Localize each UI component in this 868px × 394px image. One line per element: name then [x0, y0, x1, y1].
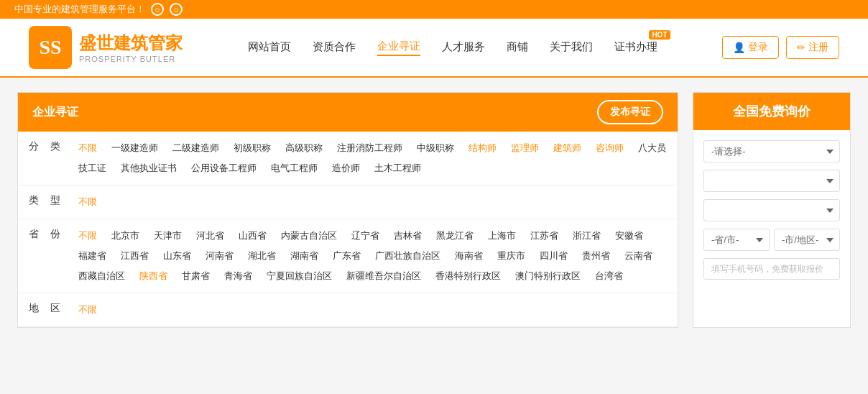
tag-ningxia[interactable]: 宁夏回族自治区 [264, 268, 335, 284]
publish-button[interactable]: 发布寻证 [597, 100, 663, 124]
edit-icon: ✏ [797, 42, 805, 53]
category-label: 分 类 [18, 139, 75, 178]
tag-t6[interactable]: 中级职称 [414, 140, 457, 156]
type-content: 不限 [75, 193, 678, 211]
tag-neimenggu[interactable]: 内蒙古自治区 [278, 228, 340, 244]
tag-hunan[interactable]: 湖南省 [287, 248, 321, 264]
nav-qualification[interactable]: 资质合作 [313, 40, 356, 55]
category-content: 不限 一级建造师 二级建造师 初级职称 高级职称 注册消防工程师 中级职称 结构… [75, 139, 678, 178]
logo-text: 盛世建筑管家 PROSPERITY BUTLER [79, 32, 183, 63]
tag-fujian[interactable]: 福建省 [75, 248, 109, 264]
tag-t17[interactable]: 土木工程师 [371, 160, 424, 176]
nav-enterprise[interactable]: 企业寻证 [377, 40, 420, 56]
province-city-row: -省/市- -市/地区- [703, 229, 840, 251]
tag-taiwan[interactable]: 台湾省 [592, 268, 626, 284]
logo-chinese: 盛世建筑管家 [79, 32, 183, 55]
tag-tianjin[interactable]: 天津市 [151, 228, 185, 244]
tag-t1[interactable]: 一级建造师 [108, 140, 161, 156]
select-type2[interactable] [703, 199, 840, 221]
tag-t13[interactable]: 其他执业证书 [118, 160, 180, 176]
tag-t15[interactable]: 电气工程师 [268, 160, 320, 176]
tag-t14[interactable]: 公用设备工程师 [188, 160, 259, 176]
region-content: 不限 [75, 301, 678, 319]
tag-nolimit-cat[interactable]: 不限 [75, 140, 100, 156]
region-label: 地 区 [18, 301, 75, 319]
right-panel-body: -请选择- -省/市- -市/地区- [693, 130, 850, 290]
tag-shandong[interactable]: 山东省 [160, 248, 194, 264]
tag-t5[interactable]: 注册消防工程师 [334, 140, 405, 156]
tag-t4[interactable]: 高级职称 [282, 140, 326, 156]
nav-talent[interactable]: 人才服务 [442, 40, 485, 55]
register-button[interactable]: ✏ 注册 [786, 36, 839, 59]
tag-guangxi[interactable]: 广西壮族自治区 [372, 248, 443, 264]
hot-badge: HOT [649, 30, 670, 40]
tag-guangdong[interactable]: 广东省 [330, 248, 364, 264]
tag-xinjiang[interactable]: 新疆维吾尔自治区 [343, 268, 424, 284]
user-icon: 👤 [733, 42, 745, 53]
tag-chongqing[interactable]: 重庆市 [494, 248, 528, 264]
tag-xizang[interactable]: 西藏自治区 [75, 268, 128, 284]
nav-about[interactable]: 关于我们 [550, 40, 593, 55]
tag-guizhou[interactable]: 贵州省 [579, 248, 613, 264]
tag-hubei[interactable]: 湖北省 [245, 248, 279, 264]
panel-header: 企业寻证 发布寻证 [18, 93, 678, 132]
tag-t11[interactable]: 八大员 [635, 140, 669, 156]
tag-t16[interactable]: 造价师 [329, 160, 363, 176]
tag-nolimit-region[interactable]: 不限 [75, 302, 100, 318]
logo-icon [29, 26, 72, 69]
tag-heilongjiang[interactable]: 黑龙江省 [433, 228, 476, 244]
tag-beijing[interactable]: 北京市 [108, 228, 142, 244]
select-category[interactable]: -请选择- [703, 140, 840, 162]
tag-liaoning[interactable]: 辽宁省 [348, 228, 382, 244]
select-type1[interactable] [703, 170, 840, 192]
auth-buttons: 👤 登录 ✏ 注册 [722, 36, 839, 59]
nav-certificate[interactable]: 证书办理 HOT [614, 40, 657, 55]
left-panel: 企业寻证 发布寻证 分 类 不限 一级建造师 二级建造师 初级职称 高级职称 注… [17, 92, 678, 328]
tag-t7[interactable]: 结构师 [466, 140, 499, 156]
tag-nolimit-prov[interactable]: 不限 [75, 228, 100, 244]
tag-shaanxi[interactable]: 陕西省 [137, 268, 170, 284]
tag-t8[interactable]: 监理师 [508, 140, 542, 156]
tag-aomen[interactable]: 澳门特别行政区 [512, 268, 583, 284]
logo-area: 盛世建筑管家 PROSPERITY BUTLER [29, 26, 183, 69]
tag-henan[interactable]: 河南省 [203, 248, 236, 264]
tag-shanghai[interactable]: 上海市 [485, 228, 519, 244]
tag-nolimit-type[interactable]: 不限 [75, 194, 100, 210]
select-province[interactable]: -省/市- [703, 229, 770, 251]
logo-english: PROSPERITY BUTLER [79, 55, 183, 63]
right-panel: 全国免费询价 -请选择- -省/市- -市/地区- [693, 92, 851, 328]
filter-province: 省 份 不限 北京市 天津市 河北省 山西省 内蒙古自治区 辽宁省 吉林省 黑龙… [18, 219, 678, 293]
smiley-icon2: ☺ [170, 3, 183, 16]
tag-hainan[interactable]: 海南省 [452, 248, 486, 264]
tag-zhejiang[interactable]: 浙江省 [570, 228, 604, 244]
province-label: 省 份 [18, 226, 75, 285]
tag-t2[interactable]: 二级建造师 [170, 140, 222, 156]
select-city[interactable]: -市/地区- [774, 229, 840, 251]
tag-t9[interactable]: 建筑师 [550, 140, 584, 156]
phone-input[interactable] [703, 258, 840, 280]
tag-qinghai[interactable]: 青海省 [221, 268, 255, 284]
filter-type: 类 型 不限 [18, 185, 678, 219]
tag-shanxi[interactable]: 山西省 [236, 228, 269, 244]
province-content: 不限 北京市 天津市 河北省 山西省 内蒙古自治区 辽宁省 吉林省 黑龙江省 上… [75, 226, 678, 285]
login-button[interactable]: 👤 登录 [722, 36, 779, 59]
tag-xianggang[interactable]: 香港特别行政区 [433, 268, 504, 284]
main-nav: 网站首页 资质合作 企业寻证 人才服务 商铺 关于我们 证书办理 HOT [248, 40, 657, 56]
nav-shop[interactable]: 商铺 [507, 40, 528, 55]
panel-title: 企业寻证 [32, 105, 78, 120]
tag-t12[interactable]: 技工证 [75, 160, 109, 176]
tag-jiangsu[interactable]: 江苏省 [527, 228, 561, 244]
filter-category: 分 类 不限 一级建造师 二级建造师 初级职称 高级职称 注册消防工程师 中级职… [18, 132, 678, 185]
nav-home[interactable]: 网站首页 [248, 40, 291, 55]
tag-t10[interactable]: 咨询师 [593, 140, 627, 156]
tag-t3[interactable]: 初级职称 [231, 140, 274, 156]
tag-anhui[interactable]: 安徽省 [612, 228, 646, 244]
tag-yunnan[interactable]: 云南省 [622, 248, 655, 264]
tag-hebei[interactable]: 河北省 [193, 228, 227, 244]
tag-gansu[interactable]: 甘肃省 [179, 268, 213, 284]
filter-region: 地 区 不限 [18, 293, 678, 327]
tag-jiangxi[interactable]: 江西省 [118, 248, 152, 264]
header: 盛世建筑管家 PROSPERITY BUTLER 网站首页 资质合作 企业寻证 … [0, 19, 868, 78]
tag-jilin[interactable]: 吉林省 [391, 228, 425, 244]
tag-sichuan[interactable]: 四川省 [537, 248, 571, 264]
